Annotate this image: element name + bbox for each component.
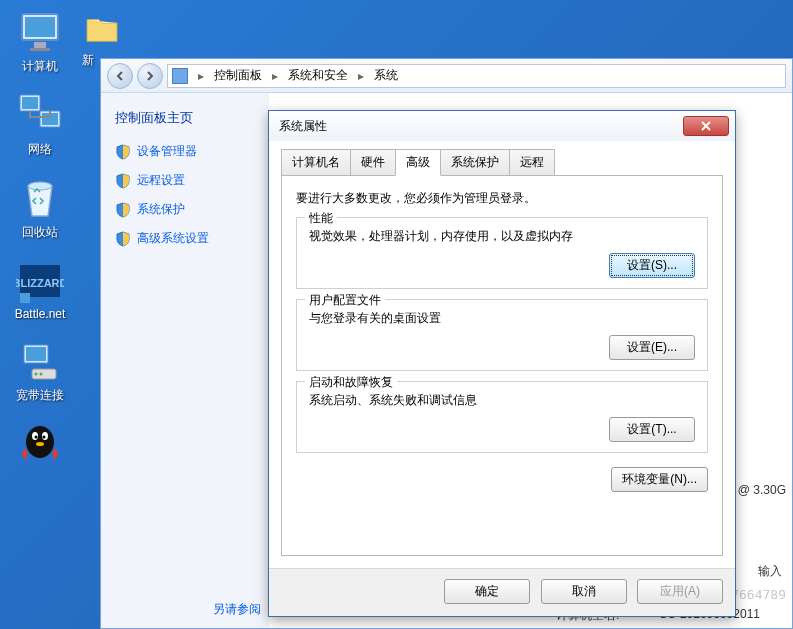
- chevron-right-icon: ▸: [192, 69, 210, 83]
- group-desc: 与您登录有关的桌面设置: [309, 310, 695, 327]
- close-button[interactable]: [683, 116, 729, 136]
- group-title: 性能: [305, 210, 337, 227]
- svg-rect-2: [34, 42, 46, 48]
- svg-rect-1: [25, 17, 55, 37]
- svg-point-22: [43, 436, 46, 439]
- sidebar-link-device-manager[interactable]: 设备管理器: [109, 139, 261, 164]
- cpu-info: J @ 3.30G: [728, 483, 786, 497]
- sidebar-link-label: 设备管理器: [137, 143, 197, 160]
- desktop-icon-label: 网络: [28, 141, 52, 158]
- desktop-icon-recycle-bin[interactable]: 回收站: [0, 174, 80, 241]
- tab-protection[interactable]: 系统保护: [440, 149, 510, 175]
- dialog-title: 系统属性: [279, 118, 683, 135]
- tab-panel-advanced: 要进行大多数更改，您必须作为管理员登录。 性能 视觉效果，处理器计划，内存使用，…: [281, 176, 723, 556]
- cancel-button[interactable]: 取消: [541, 579, 627, 604]
- svg-point-15: [35, 373, 38, 376]
- desktop-icon-label: 回收站: [22, 224, 58, 241]
- dialog-footer: 确定 取消 应用(A): [269, 568, 735, 616]
- apply-button[interactable]: 应用(A): [637, 579, 723, 604]
- desktop-icon-label: 宽带连接: [16, 387, 64, 404]
- qq-icon: [16, 416, 64, 464]
- admin-note: 要进行大多数更改，您必须作为管理员登录。: [296, 190, 708, 207]
- svg-rect-11: [20, 293, 30, 303]
- tab-computer-name[interactable]: 计算机名: [281, 149, 351, 175]
- dialog-titlebar[interactable]: 系统属性: [269, 111, 735, 141]
- svg-point-16: [40, 373, 43, 376]
- desktop-icon-broadband[interactable]: 宽带连接: [0, 337, 80, 404]
- breadcrumb-item[interactable]: 控制面板: [210, 65, 266, 86]
- svg-rect-13: [26, 347, 46, 361]
- shield-icon: [115, 144, 131, 160]
- shield-icon: [115, 231, 131, 247]
- battlenet-icon: BLIZZARD: [16, 257, 64, 305]
- group-desc: 系统启动、系统失败和调试信息: [309, 392, 695, 409]
- chevron-right-icon: ▸: [266, 69, 284, 83]
- svg-rect-5: [22, 97, 38, 109]
- sidebar-link-protection[interactable]: 系统保护: [109, 197, 261, 222]
- nav-forward-button[interactable]: [137, 63, 163, 89]
- sidebar-link-label: 高级系统设置: [137, 230, 209, 247]
- settings-performance-button[interactable]: 设置(S)...: [609, 253, 695, 278]
- environment-variables-button[interactable]: 环境变量(N)...: [611, 467, 708, 492]
- sidebar-link-remote[interactable]: 远程设置: [109, 168, 261, 193]
- computer-icon: [16, 8, 64, 56]
- svg-text:BLIZZARD: BLIZZARD: [16, 277, 64, 289]
- chevron-right-icon: ▸: [352, 69, 370, 83]
- svg-point-23: [36, 442, 44, 446]
- desktop-icon-network[interactable]: 网络: [0, 91, 80, 158]
- shield-icon: [115, 202, 131, 218]
- settings-startup-button[interactable]: 设置(T)...: [609, 417, 695, 442]
- desktop: 计算机 网络 回收站 BLIZZARD Battle.net 宽带连接: [0, 0, 100, 629]
- group-user-profiles: 用户配置文件 与您登录有关的桌面设置 设置(E)...: [296, 299, 708, 371]
- group-title: 用户配置文件: [305, 292, 385, 309]
- shield-icon: [115, 173, 131, 189]
- control-panel-icon: [172, 68, 188, 84]
- system-properties-dialog: 系统属性 计算机名 硬件 高级 系统保护 远程 要进行大多数更改，您必须作为管理…: [268, 110, 736, 617]
- recycle-bin-icon: [16, 174, 64, 222]
- svg-point-21: [35, 436, 38, 439]
- desktop-icon-label: Battle.net: [15, 307, 66, 321]
- desktop-icon-label: 计算机: [22, 58, 58, 75]
- ok-button[interactable]: 确定: [444, 579, 530, 604]
- svg-point-8: [28, 182, 52, 190]
- desktop-icon-battlenet[interactable]: BLIZZARD Battle.net: [0, 257, 80, 321]
- group-performance: 性能 视觉效果，处理器计划，内存使用，以及虚拟内存 设置(S)...: [296, 217, 708, 289]
- sidebar-link-label: 系统保护: [137, 201, 185, 218]
- settings-profiles-button[interactable]: 设置(E)...: [609, 335, 695, 360]
- close-icon: [701, 121, 711, 131]
- tab-hardware[interactable]: 硬件: [350, 149, 396, 175]
- input-info: 输入: [758, 563, 782, 580]
- svg-rect-3: [30, 48, 50, 51]
- broadband-icon: [16, 337, 64, 385]
- desktop-icon-computer[interactable]: 计算机: [0, 8, 80, 75]
- breadcrumb-item[interactable]: 系统: [370, 65, 402, 86]
- tab-advanced[interactable]: 高级: [395, 149, 441, 176]
- sidebar-title: 控制面板主页: [109, 109, 261, 127]
- desktop-icon-qq[interactable]: [0, 416, 80, 464]
- tab-remote[interactable]: 远程: [509, 149, 555, 175]
- group-title: 启动和故障恢复: [305, 374, 397, 391]
- toolbar: ▸ 控制面板 ▸ 系统和安全 ▸ 系统: [101, 59, 792, 93]
- sidebar-link-advanced[interactable]: 高级系统设置: [109, 226, 261, 251]
- breadcrumb-item[interactable]: 系统和安全: [284, 65, 352, 86]
- tabs: 计算机名 硬件 高级 系统保护 远程: [281, 149, 723, 176]
- nav-back-button[interactable]: [107, 63, 133, 89]
- group-desc: 视觉效果，处理器计划，内存使用，以及虚拟内存: [309, 228, 695, 245]
- sidebar-see-also[interactable]: 另请参阅: [213, 601, 261, 618]
- sidebar: 控制面板主页 设备管理器 远程设置 系统保护 高级系统设置: [101, 93, 269, 628]
- dialog-body: 计算机名 硬件 高级 系统保护 远程 要进行大多数更改，您必须作为管理员登录。 …: [269, 141, 735, 568]
- network-icon: [16, 91, 64, 139]
- group-startup-recovery: 启动和故障恢复 系统启动、系统失败和调试信息 设置(T)...: [296, 381, 708, 453]
- folder-icon: [82, 8, 122, 48]
- sidebar-link-label: 远程设置: [137, 172, 185, 189]
- breadcrumb[interactable]: ▸ 控制面板 ▸ 系统和安全 ▸ 系统: [167, 64, 786, 88]
